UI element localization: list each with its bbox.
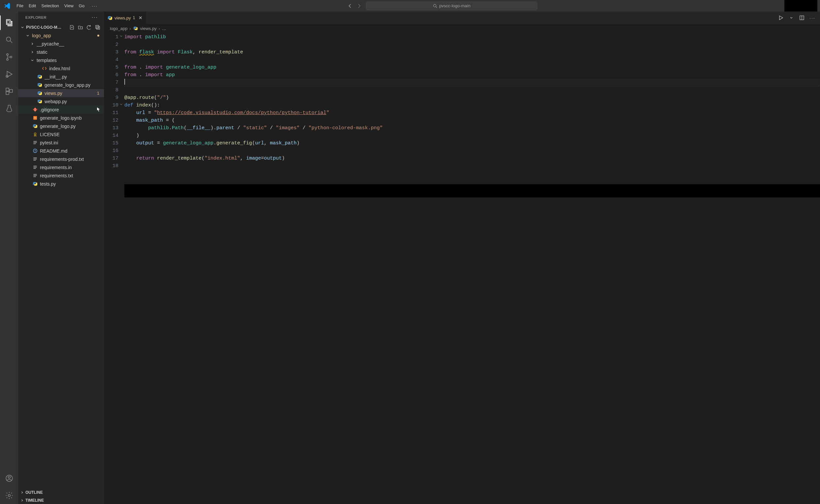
code-line[interactable]: output = generate_logo_app.generate_fig(… <box>124 139 820 147</box>
close-icon[interactable]: ✕ <box>137 15 142 20</box>
editor-group: views.py 1 ✕ ··· logo_app › views.py › … <box>104 12 820 504</box>
code-line[interactable] <box>124 56 820 64</box>
fold-chevron-icon[interactable] <box>119 34 123 38</box>
svg-point-11 <box>8 494 10 497</box>
tree-file[interactable]: requirements-prod.txt <box>18 155 104 163</box>
code-line[interactable]: url = "https://code.visualstudio.com/doc… <box>124 109 820 117</box>
code-line[interactable]: from . import generate_logo_app <box>124 64 820 71</box>
activity-explorer-icon[interactable] <box>0 14 18 31</box>
code-line[interactable]: mask_path = ( <box>124 117 820 124</box>
tree-file[interactable]: tests.py <box>18 180 104 188</box>
breadcrumbs[interactable]: logo_app › views.py › … <box>104 24 820 33</box>
chevron-down-icon[interactable] <box>788 15 794 21</box>
tab-views-py[interactable]: views.py 1 ✕ <box>104 12 146 24</box>
tree-file[interactable]: webapp.py <box>18 97 104 105</box>
code-line[interactable] <box>124 147 820 155</box>
nav-back-icon[interactable] <box>347 3 352 9</box>
tree-folder[interactable]: __pycache__ <box>18 40 104 48</box>
code-line[interactable]: from . import app <box>124 71 820 79</box>
tree-file[interactable]: LICENSE <box>18 130 104 138</box>
code-line[interactable]: pathlib.Path(__file__).parent / "static"… <box>124 124 820 132</box>
chevron-right-icon[interactable] <box>30 42 35 46</box>
tree-file[interactable]: generate_logo.py <box>18 122 104 130</box>
svg-point-17 <box>34 117 35 118</box>
chevron-right-icon: › <box>159 26 160 31</box>
titlebar-center: pvscc-logo-main <box>102 2 782 10</box>
timeline-panel-header[interactable]: TIMELINE <box>18 496 104 504</box>
file-tree[interactable]: logo_app__pycache__statictemplatesindex.… <box>18 31 104 488</box>
code-line[interactable] <box>124 86 820 94</box>
menu-item-go[interactable]: Go <box>76 2 87 10</box>
line-number: 16 <box>104 147 118 155</box>
code-line[interactable] <box>124 41 820 48</box>
code-line[interactable]: return render_template("index.html", ima… <box>124 155 820 162</box>
svg-point-0 <box>434 4 436 7</box>
txt-file-icon <box>32 157 38 162</box>
command-center[interactable]: pvscc-logo-main <box>366 2 537 10</box>
chevron-down-icon[interactable] <box>30 58 35 62</box>
tree-file[interactable]: .gitignore <box>18 105 104 114</box>
activity-search-icon[interactable] <box>0 31 18 48</box>
code-line[interactable]: @app.route("/") <box>124 94 820 102</box>
tree-folder[interactable]: logo_app <box>18 31 104 40</box>
tree-file[interactable]: generate_logo_app.py <box>18 81 104 89</box>
more-actions-icon[interactable]: ··· <box>809 15 815 21</box>
code-content[interactable]: import pathlibfrom flask import Flask, r… <box>124 33 820 504</box>
chevron-right-icon <box>20 490 24 494</box>
collapse-all-icon[interactable] <box>95 24 101 30</box>
code-line[interactable]: ) <box>124 132 820 139</box>
menu-item-view[interactable]: View <box>62 2 76 10</box>
menu-item-file[interactable]: File <box>14 2 26 10</box>
nav-forward-icon[interactable] <box>356 3 362 9</box>
activity-source-control-icon[interactable] <box>0 48 18 66</box>
code-line[interactable] <box>124 162 820 170</box>
line-number: 14 <box>104 132 118 139</box>
tree-folder[interactable]: templates <box>18 56 104 64</box>
chevron-right-icon[interactable] <box>30 50 35 54</box>
menu-item-selection[interactable]: Selection <box>39 2 61 10</box>
menu-overflow-icon[interactable]: ··· <box>89 2 100 10</box>
activity-extensions-icon[interactable] <box>0 83 18 100</box>
split-editor-icon[interactable] <box>799 15 805 21</box>
activity-bar <box>0 12 18 504</box>
refresh-icon[interactable] <box>86 24 92 30</box>
outline-panel-header[interactable]: OUTLINE <box>18 488 104 496</box>
sidebar-more-icon[interactable]: ··· <box>92 15 98 20</box>
tree-item-label: tests.py <box>40 181 101 187</box>
tree-file[interactable]: requirements.txt <box>18 171 104 180</box>
breadcrumb-segment[interactable]: views.py <box>140 26 157 31</box>
tree-file[interactable]: requirements.in <box>18 163 104 171</box>
tree-file[interactable]: index.html <box>18 64 104 73</box>
code-line[interactable] <box>124 79 820 86</box>
editor[interactable]: 123456789101112131415161718 import pathl… <box>104 33 820 504</box>
tree-file[interactable]: README.md <box>18 147 104 155</box>
activity-testing-icon[interactable] <box>0 100 18 117</box>
new-folder-icon[interactable] <box>77 24 83 30</box>
activity-settings-icon[interactable] <box>0 487 18 504</box>
activity-run-debug-icon[interactable] <box>0 66 18 83</box>
code-line[interactable]: from flask import Flask, render_template <box>124 48 820 56</box>
tree-folder[interactable]: static <box>18 48 104 56</box>
code-line[interactable]: def index(): <box>124 102 820 109</box>
breadcrumb-segment[interactable]: … <box>162 26 166 31</box>
new-file-icon[interactable] <box>69 24 75 30</box>
tab-label: views.py <box>114 15 131 20</box>
chevron-right-icon <box>20 498 24 502</box>
code-line[interactable]: import pathlib <box>124 33 820 41</box>
tree-file[interactable]: views.py1 <box>18 89 104 97</box>
py-file-icon <box>32 124 38 129</box>
sidebar-title-row: EXPLORER ··· <box>18 12 104 23</box>
menu-item-edit[interactable]: Edit <box>26 2 39 10</box>
breadcrumb-segment[interactable]: logo_app <box>110 26 128 31</box>
tree-file[interactable]: __init__.py <box>18 73 104 81</box>
activity-accounts-icon[interactable] <box>0 470 18 487</box>
chevron-down-icon[interactable] <box>25 34 30 38</box>
tree-item-label: views.py <box>45 91 95 96</box>
fold-chevron-icon[interactable] <box>119 103 123 106</box>
svg-rect-6 <box>6 88 9 91</box>
tree-item-label: static <box>37 49 101 55</box>
tree-file[interactable]: pytest.ini <box>18 138 104 147</box>
folder-header[interactable]: PVSCC-LOGO-M… <box>18 23 104 31</box>
tree-file[interactable]: generate_logo.ipynb <box>18 114 104 122</box>
run-icon[interactable] <box>778 15 784 21</box>
